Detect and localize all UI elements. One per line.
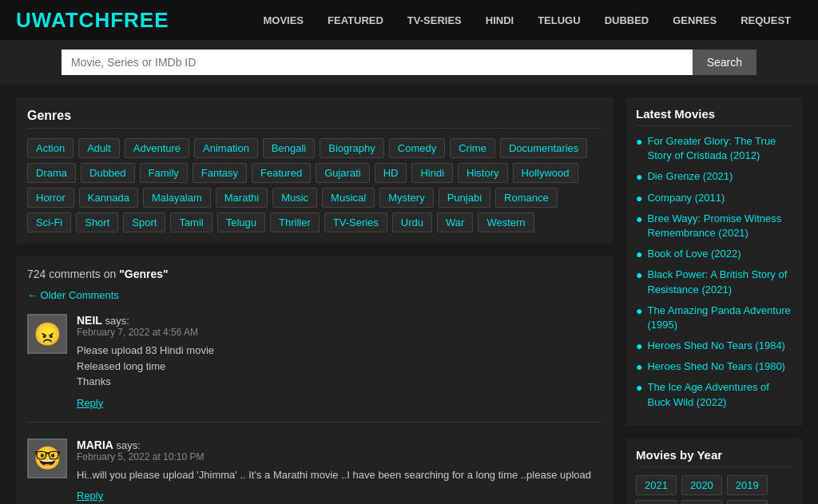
bullet-icon: ● <box>636 360 642 373</box>
genres-title: Genres <box>27 109 602 129</box>
genre-tag-adult[interactable]: Adult <box>78 138 120 158</box>
latest-movie-link-8[interactable]: Heroes Shed No Tears (1980) <box>647 359 784 374</box>
comment-body-neil: NEIL says:February 7, 2022 at 4:56 AMPle… <box>77 314 602 409</box>
bullet-icon: ● <box>636 248 642 260</box>
genre-tag-musical[interactable]: Musical <box>322 188 375 208</box>
genre-tag-punjabi[interactable]: Punjabi <box>439 188 490 208</box>
nav-item-featured[interactable]: FEATURED <box>316 10 395 31</box>
genre-tag-featured[interactable]: Featured <box>252 163 311 183</box>
nav-item-genres[interactable]: GENRES <box>661 10 728 31</box>
genre-tag-war[interactable]: War <box>437 212 473 232</box>
comment-maria: 🤓MARIA says:February 5, 2022 at 10:10 PM… <box>27 439 602 505</box>
genre-tag-adventure[interactable]: Adventure <box>125 138 189 158</box>
older-comments-link[interactable]: ← Older Comments <box>27 289 119 301</box>
latest-movie-link-1[interactable]: Die Grenze (2021) <box>647 169 733 184</box>
latest-movie-link-0[interactable]: For Greater Glory: The True Story of Cri… <box>647 134 792 163</box>
genre-tag-western[interactable]: Western <box>478 212 534 232</box>
latest-movie-link-4[interactable]: Book of Love (2022) <box>647 247 741 261</box>
reply-link-maria[interactable]: Reply <box>77 490 103 502</box>
comment-date-neil: February 7, 2022 at 4:56 AM <box>77 327 602 338</box>
bullet-icon: ● <box>636 339 642 352</box>
year-tag-2021[interactable]: 2021 <box>636 475 677 495</box>
genre-tag-hollywood[interactable]: Hollywood <box>513 163 578 183</box>
genre-tag-horror[interactable]: Horror <box>27 188 74 208</box>
genre-tag-hindi[interactable]: Hindi <box>411 163 453 183</box>
year-tag-2019[interactable]: 2019 <box>727 475 768 495</box>
genre-tag-kannada[interactable]: Kannada <box>79 188 138 208</box>
genre-tag-tamil[interactable]: Tamil <box>170 212 212 232</box>
search-button[interactable]: Search <box>693 50 756 75</box>
bullet-icon: ● <box>636 170 642 183</box>
comment-says-neil: says: <box>102 315 129 327</box>
genre-tag-marathi[interactable]: Marathi <box>216 188 268 208</box>
bullet-icon: ● <box>636 268 642 281</box>
genre-tag-short[interactable]: Short <box>76 212 118 232</box>
genre-tag-drama[interactable]: Drama <box>27 163 76 183</box>
bullet-icon: ● <box>636 135 642 148</box>
year-tag-2016[interactable]: 2016 <box>727 500 768 504</box>
latest-movies-title: Latest Movies <box>636 107 792 126</box>
genre-tag-gujarati[interactable]: Gujarati <box>316 163 370 183</box>
year-tag-2018[interactable]: 2018 <box>636 500 677 504</box>
genre-tag-dubbed[interactable]: Dubbed <box>81 163 135 183</box>
genre-tag-sci-fi[interactable]: Sci-Fi <box>27 212 71 232</box>
comments-count: 724 comments on "Genres" <box>27 268 602 280</box>
genre-tag-telugu[interactable]: Telugu <box>217 212 265 232</box>
genre-tag-urdu[interactable]: Urdu <box>392 212 432 232</box>
comment-text-maria: Hi..will you please upload 'Jhimma' .. I… <box>77 467 602 483</box>
genre-tag-action[interactable]: Action <box>27 138 73 158</box>
search-input[interactable] <box>62 50 693 75</box>
latest-movie-link-6[interactable]: The Amazing Panda Adventure (1995) <box>647 304 792 332</box>
latest-movie-item: ●Black Power: A British Story of Resista… <box>636 268 792 296</box>
comment-date-maria: February 5, 2022 at 10:10 PM <box>77 451 602 462</box>
genre-tag-bengali[interactable]: Bengali <box>263 138 315 158</box>
avatar-neil: 😠 <box>27 314 67 354</box>
latest-movie-item: ●The Amazing Panda Adventure (1995) <box>636 304 792 332</box>
latest-movie-link-3[interactable]: Bree Wayy: Promise Witness Remembrance (… <box>647 212 792 240</box>
latest-movie-item: ●The Ice Age Adventures of Buck Wild (20… <box>636 380 792 409</box>
latest-movie-link-2[interactable]: Company (2011) <box>647 191 725 205</box>
latest-movies-box: Latest Movies ●For Greater Glory: The Tr… <box>626 97 802 426</box>
genre-tag-comedy[interactable]: Comedy <box>389 138 445 158</box>
year-tag-2017[interactable]: 2017 <box>681 500 722 504</box>
latest-movie-item: ●Heroes Shed No Tears (1984) <box>636 339 792 353</box>
nav-item-dubbed[interactable]: DUBBED <box>594 10 661 31</box>
genre-tag-hd[interactable]: HD <box>375 163 407 183</box>
reply-link-neil[interactable]: Reply <box>77 397 103 409</box>
genre-tag-fantasy[interactable]: Fantasy <box>193 163 247 183</box>
nav-item-request[interactable]: REQUEST <box>729 10 802 31</box>
year-tag-2020[interactable]: 2020 <box>681 475 722 495</box>
comments-list: 😠NEIL says:February 7, 2022 at 4:56 AMPl… <box>27 314 602 504</box>
nav-item-telugu[interactable]: TELUGU <box>526 10 591 31</box>
latest-movie-item: ●Book of Love (2022) <box>636 247 792 261</box>
nav-item-tv-series[interactable]: TV-SERIES <box>396 10 473 31</box>
genre-tag-sport[interactable]: Sport <box>123 212 165 232</box>
genres-box: Genres ActionAdultAdventureAnimationBeng… <box>16 97 614 244</box>
genre-tag-malayalam[interactable]: Malayalam <box>143 188 211 208</box>
genre-tag-history[interactable]: History <box>458 163 507 183</box>
genre-tag-music[interactable]: Music <box>272 188 317 208</box>
latest-movie-item: ●For Greater Glory: The True Story of Cr… <box>636 134 792 163</box>
nav-item-hindi[interactable]: HINDI <box>475 10 525 31</box>
year-tags-container: 20212020201920182017201620152014 <box>636 475 792 504</box>
latest-movie-item: ●Company (2011) <box>636 191 792 205</box>
nav-item-movies[interactable]: MOVIES <box>252 10 315 31</box>
movies-by-year-box: Movies by Year 2021202020192018201720162… <box>626 439 802 504</box>
genre-tag-biography[interactable]: Biography <box>320 138 384 158</box>
latest-movie-link-9[interactable]: The Ice Age Adventures of Buck Wild (202… <box>647 380 792 409</box>
genre-tag-crime[interactable]: Crime <box>450 138 495 158</box>
genre-tag-mystery[interactable]: Mystery <box>379 188 434 208</box>
genre-tag-romance[interactable]: Romance <box>495 188 558 208</box>
genre-tag-family[interactable]: Family <box>140 163 188 183</box>
site-header: UWATCHFREE MOVIESFEATUREDTV-SERIESHINDIT… <box>0 0 818 40</box>
genre-tag-tv-series[interactable]: TV-Series <box>324 212 387 232</box>
genre-tag-thriller[interactable]: Thriller <box>270 212 320 232</box>
latest-movie-link-5[interactable]: Black Power: A British Story of Resistan… <box>647 268 792 296</box>
avatar-maria: 🤓 <box>27 439 67 478</box>
bullet-icon: ● <box>636 212 642 225</box>
genre-tag-documentaries[interactable]: Documentaries <box>500 138 587 158</box>
bullet-icon: ● <box>636 304 642 317</box>
latest-movie-link-7[interactable]: Heroes Shed No Tears (1984) <box>647 339 784 353</box>
genre-tag-animation[interactable]: Animation <box>194 138 258 158</box>
right-column: Latest Movies ●For Greater Glory: The Tr… <box>626 97 802 504</box>
